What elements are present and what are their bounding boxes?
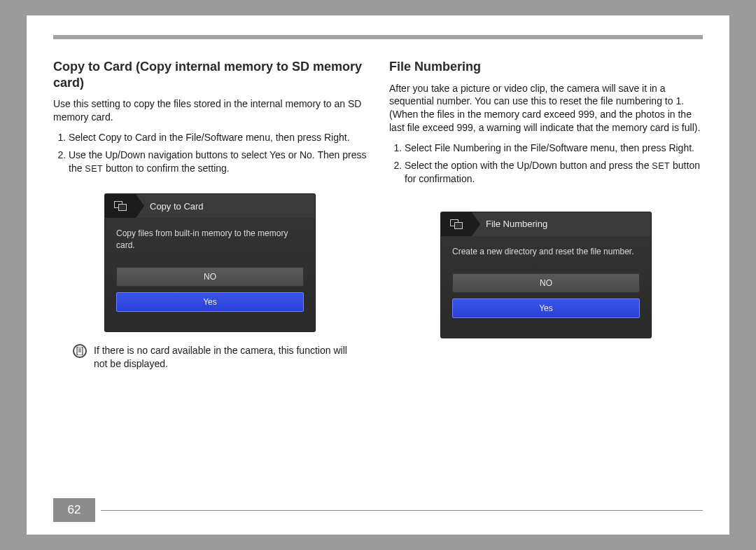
step-item: Use the Up/Down navigation buttons to se…: [69, 149, 367, 175]
set-button-label: SET: [85, 164, 103, 174]
section-description: Use this setting to copy the files store…: [53, 97, 367, 124]
cards-icon: [441, 212, 472, 236]
note-icon: [73, 344, 87, 358]
step-text: button to confirm the setting.: [103, 163, 230, 174]
step-text: Select the option with the Up/Down butto…: [405, 160, 652, 171]
section-description: After you take a picture or video clip, …: [389, 82, 703, 135]
option-yes[interactable]: Yes: [116, 292, 304, 312]
cards-icon: [105, 194, 136, 218]
option-yes[interactable]: Yes: [452, 298, 640, 318]
note-text: If there is no card available in the cam…: [94, 344, 353, 371]
svg-rect-0: [77, 347, 83, 355]
screen-body: Copy files from built-in memory to the m…: [105, 218, 315, 331]
screen-caption: Create a new directory and reset the fil…: [452, 246, 640, 258]
note-row: If there is no card available in the cam…: [53, 344, 367, 371]
option-no[interactable]: NO: [116, 267, 304, 287]
camera-screen-copy-to-card: Copy to Card Copy files from built-in me…: [105, 194, 315, 331]
set-button-label: SET: [652, 161, 670, 171]
screen-caption: Copy files from built-in memory to the m…: [116, 228, 304, 252]
manual-page: Copy to Card (Copy internal memory to SD…: [27, 15, 729, 535]
step-item: Select Copy to Card in the File/Software…: [69, 131, 367, 144]
screen-title-text: Copy to Card: [150, 201, 204, 212]
camera-screen-file-numbering: File Numbering Create a new directory an…: [441, 212, 651, 338]
step-item: Select File Numbering in the File/Softwa…: [405, 142, 703, 155]
chevron-icon: [136, 194, 144, 218]
footer-line: [101, 510, 703, 511]
page-footer: 62: [27, 498, 703, 522]
screen-title: Copy to Card: [136, 194, 315, 218]
step-item: Select the option with the Up/Down butto…: [405, 159, 703, 186]
screen-body: Create a new directory and reset the fil…: [441, 236, 651, 338]
top-divider: [53, 35, 703, 39]
section-heading-file-numbering: File Numbering: [389, 59, 703, 75]
left-column: Copy to Card (Copy internal memory to SD…: [53, 59, 367, 371]
page-number: 62: [53, 498, 95, 522]
section-heading-copy-to-card: Copy to Card (Copy internal memory to SD…: [53, 59, 367, 90]
steps-list: Select File Numbering in the File/Softwa…: [389, 142, 703, 186]
screen-header: Copy to Card: [105, 194, 315, 218]
right-column: File Numbering After you take a picture …: [389, 59, 703, 371]
steps-list: Select Copy to Card in the File/Software…: [53, 131, 367, 175]
screen-header: File Numbering: [441, 212, 651, 236]
option-no[interactable]: NO: [452, 273, 640, 293]
screen-title-text: File Numbering: [486, 219, 547, 229]
screen-title: File Numbering: [472, 212, 651, 236]
content-columns: Copy to Card (Copy internal memory to SD…: [53, 59, 703, 371]
chevron-icon: [472, 212, 480, 236]
